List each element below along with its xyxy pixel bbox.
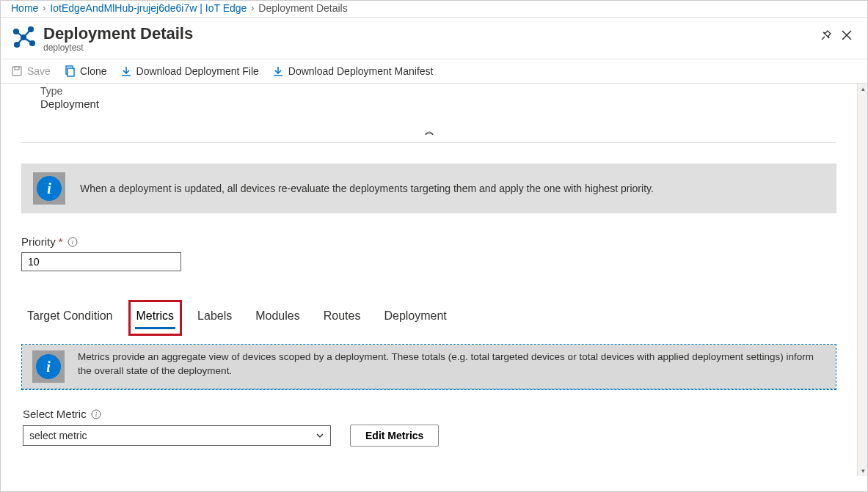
tab-target-condition[interactable]: Target Condition — [26, 306, 114, 329]
download-deployment-file-button[interactable]: Download Deployment File — [120, 65, 259, 77]
page-title: Deployment Details — [43, 25, 193, 43]
edit-metrics-button[interactable]: Edit Metrics — [350, 425, 439, 447]
info-icon: i — [33, 172, 65, 205]
tab-bar: Target Condition Metrics Labels Modules … — [21, 306, 836, 329]
svg-line-8 — [17, 37, 23, 45]
clone-label: Clone — [80, 65, 107, 77]
breadcrumb: Home › IotEdgeAndMlHub-jrujej6de6i7w | I… — [1, 1, 867, 18]
download-icon — [120, 65, 132, 77]
priority-input[interactable] — [21, 252, 181, 271]
scrollbar[interactable]: ▴ ▾ — [857, 84, 867, 476]
info-icon: i — [32, 350, 65, 383]
svg-text:i: i — [71, 238, 73, 246]
page-header: Deployment Details deploytest — [1, 18, 867, 59]
info-icon[interactable]: i — [68, 237, 78, 247]
breadcrumb-hub[interactable]: IotEdgeAndMlHub-jrujej6de6i7w | IoT Edge — [50, 2, 247, 14]
scroll-down-icon[interactable]: ▾ — [858, 466, 867, 476]
select-metric-value: select metric — [29, 430, 87, 441]
tab-labels[interactable]: Labels — [196, 306, 233, 329]
save-label: Save — [27, 65, 51, 77]
content-panel: Sat Apr 11 2020 21:35:28 GMT-0700 (Pacif… — [1, 84, 857, 461]
breadcrumb-home[interactable]: Home — [11, 2, 38, 14]
type-value: Deployment — [40, 98, 836, 110]
metrics-info-text: Metrics provide an aggregate view of dev… — [78, 350, 825, 378]
metrics-panel: i Metrics provide an aggregate view of d… — [21, 344, 836, 390]
download-icon — [272, 65, 284, 77]
pin-icon — [820, 29, 832, 41]
download-file-label: Download Deployment File — [136, 65, 259, 77]
clone-button[interactable]: Clone — [64, 65, 107, 77]
collapse-toggle[interactable]: ︽ — [21, 125, 836, 138]
svg-rect-11 — [12, 67, 21, 76]
priority-label: Priority * i — [21, 235, 836, 248]
save-icon — [11, 65, 23, 77]
chevron-down-icon — [316, 431, 324, 440]
svg-text:i: i — [95, 411, 97, 418]
select-metric-dropdown[interactable]: select metric — [23, 425, 331, 446]
svg-line-5 — [16, 32, 23, 37]
svg-rect-12 — [15, 67, 19, 70]
breadcrumb-current: Deployment Details — [258, 2, 347, 14]
tab-metrics[interactable]: Metrics — [135, 306, 176, 329]
tab-deployment[interactable]: Deployment — [382, 306, 448, 329]
close-icon — [842, 30, 852, 40]
svg-line-6 — [23, 29, 31, 37]
download-manifest-label: Download Deployment Manifest — [288, 65, 434, 77]
close-button[interactable] — [836, 25, 857, 45]
download-deployment-manifest-button[interactable]: Download Deployment Manifest — [272, 65, 434, 77]
chevron-right-icon: › — [251, 3, 254, 13]
divider — [21, 142, 836, 143]
priority-info-text: When a deployment is updated, all device… — [80, 183, 654, 194]
select-metric-label: Select Metric i — [23, 408, 835, 420]
tab-routes[interactable]: Routes — [322, 306, 362, 329]
type-label: Type — [40, 85, 836, 97]
deployment-icon — [11, 25, 36, 50]
svg-line-7 — [23, 37, 32, 43]
info-icon[interactable]: i — [91, 409, 101, 419]
priority-info-banner: i When a deployment is updated, all devi… — [21, 164, 836, 213]
clone-icon — [64, 65, 76, 77]
chevron-right-icon: › — [43, 3, 45, 13]
page-subtitle: deploytest — [43, 43, 193, 53]
save-button[interactable]: Save — [11, 65, 51, 77]
toolbar: Save Clone Download Deployment File Down… — [1, 59, 867, 84]
pin-button[interactable] — [816, 25, 836, 45]
tab-modules[interactable]: Modules — [254, 306, 301, 329]
svg-rect-14 — [68, 68, 74, 76]
scroll-up-icon[interactable]: ▴ — [858, 84, 867, 94]
required-indicator: * — [59, 235, 63, 248]
